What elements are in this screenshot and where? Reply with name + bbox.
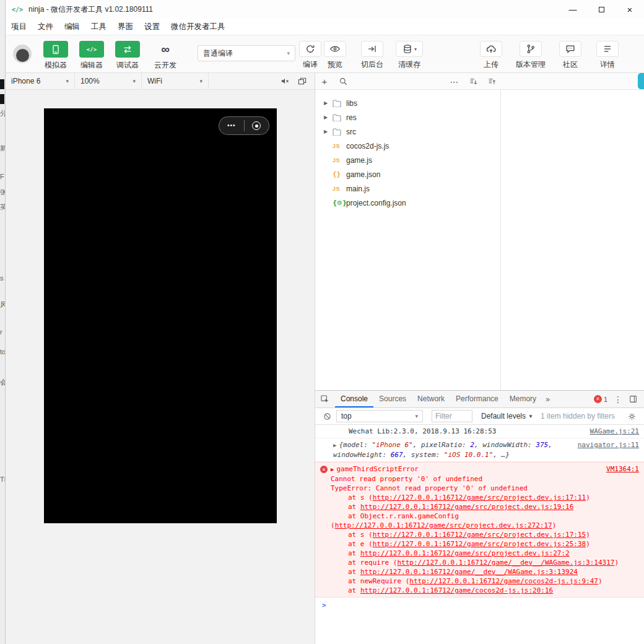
zoom-select[interactable]: 100% ▾ [75, 73, 142, 90]
collapse-all-button[interactable] [464, 73, 482, 90]
stack-link[interactable]: http://127.0.0.1:16712/game/src/project.… [360, 503, 573, 511]
minimize-button[interactable]: — [559, 0, 587, 19]
stack-prefix: at s ( [348, 531, 373, 539]
editor-toggle-button[interactable]: </> 编辑器 [74, 41, 110, 71]
gear-icon [627, 412, 637, 421]
menu-item-tools[interactable]: 工具 [85, 19, 112, 35]
tree-file-cocos2d[interactable]: JS cocos2d-js.js [315, 139, 500, 153]
clear-console-button[interactable] [319, 412, 335, 421]
console-error-count-badge[interactable]: × 1 [594, 395, 607, 403]
object-token: , pixelRatio: [413, 441, 471, 449]
new-file-button[interactable]: + [315, 73, 334, 90]
background-text-fragment: 新 [0, 144, 5, 153]
tab-performance[interactable]: Performance [450, 391, 504, 407]
source-link[interactable]: VM1364:1 [606, 464, 639, 474]
preview-button[interactable]: 预览 [319, 41, 351, 70]
file-name: cocos2d-js.js [346, 142, 389, 150]
tree-file-game-js[interactable]: JS game.js [315, 153, 500, 167]
tab-network[interactable]: Network [412, 391, 450, 407]
expand-arrow-icon[interactable]: ▶ [331, 466, 334, 472]
main-toolbar: 模拟器 </> 编辑器 调试器 ∞ 云开发 普通编译 ▾ [6, 35, 644, 73]
device-select[interactable]: iPhone 6 ▾ [6, 73, 75, 90]
chevron-right-icon[interactable]: ▶ [324, 100, 333, 106]
more-tabs-button[interactable]: » [542, 395, 554, 404]
stack-link[interactable]: http://127.0.0.1:16712/game/src/project.… [335, 521, 552, 529]
stack-link[interactable]: http://127.0.0.1:16712/game/src/project.… [373, 540, 586, 548]
tree-folder-libs[interactable]: ▶ libs [315, 96, 500, 110]
tree-folder-res[interactable]: ▶ res [315, 110, 500, 124]
simulator-toggle-button[interactable]: 模拟器 [38, 41, 74, 71]
dock-side-button[interactable] [629, 394, 638, 404]
stack-link[interactable]: http://127.0.0.1:16712/game/src/project.… [360, 549, 570, 557]
kebab-menu-icon[interactable]: ⋮ [614, 394, 622, 404]
inspect-element-button[interactable] [315, 394, 335, 404]
expand-arrow-icon[interactable]: ▶ [333, 442, 336, 448]
source-link[interactable]: WAGame.js:21 [590, 427, 639, 436]
compile-mode-select[interactable]: 普通编译 ▾ [198, 45, 295, 61]
mute-speaker-icon[interactable] [280, 76, 290, 86]
stack-link[interactable]: http://127.0.0.1:16712/game/__dev__/WAGa… [397, 559, 614, 567]
maximize-button[interactable] [587, 0, 616, 19]
network-select[interactable]: WiFi ▾ [142, 73, 209, 90]
folder-icon [333, 114, 346, 121]
tree-file-project-config[interactable]: {⚙} project.config.json [315, 196, 500, 210]
title-bar[interactable]: </> ninja - 微信开发者工具 v1.02.1809111 — × [6, 0, 644, 19]
clear-cache-button[interactable]: ▾ 清缓存 [391, 41, 428, 70]
stack-frame: at require (http://127.0.0.1:16712/game/… [331, 558, 639, 567]
log-levels-select[interactable]: Default levels ▼ [481, 412, 533, 420]
tab-sources[interactable]: Sources [373, 391, 412, 407]
stack-link[interactable]: http://127.0.0.1:16712/game/__dev__/WAGa… [360, 568, 578, 576]
device-select-value: iPhone 6 [11, 77, 40, 85]
tab-memory[interactable]: Memory [504, 391, 542, 407]
console-filter-input[interactable] [432, 410, 472, 422]
switch-background-button[interactable]: 切后台 [354, 41, 391, 70]
more-options-capsule-button[interactable]: ••• [219, 123, 244, 129]
tree-folder-src[interactable]: ▶ src [315, 124, 500, 139]
close-button[interactable]: × [616, 0, 644, 19]
phone-screen[interactable]: ••• [44, 108, 277, 523]
menu-item-devtools[interactable]: 微信开发者工具 [165, 19, 231, 35]
minimize-icon: — [569, 5, 577, 14]
stack-frame: at e (http://127.0.0.1:16712/game/src/pr… [331, 539, 639, 549]
menu-item-view[interactable]: 界面 [112, 19, 139, 35]
console-prompt[interactable]: > [315, 598, 644, 613]
search-button[interactable] [334, 73, 352, 90]
community-button[interactable]: 社区 [553, 41, 588, 70]
console-settings-button[interactable] [627, 412, 637, 421]
more-options-button[interactable]: ⋯ [445, 73, 464, 90]
cloud-dev-button[interactable]: ∞ 云开发 [146, 41, 185, 71]
menu-item-edit[interactable]: 编辑 [59, 19, 85, 35]
stack-link[interactable]: http://127.0.0.1:16712/game/cocos2d-js.j… [409, 577, 598, 585]
menu-item-file[interactable]: 文件 [32, 19, 59, 35]
stack-link[interactable]: http://127.0.0.1:16712/game/src/project.… [373, 494, 586, 502]
background-text-fragment: s [0, 274, 4, 282]
stack-link[interactable]: http://127.0.0.1:16712/game/cocos2d-js.j… [360, 586, 553, 594]
upload-button[interactable]: 上传 [472, 41, 510, 70]
execution-context-select[interactable]: top ▾ [336, 410, 423, 422]
details-button[interactable]: 详情 [590, 41, 625, 70]
tree-file-main-js[interactable]: JS main.js [315, 181, 500, 196]
console-output[interactable]: WAGame.js:21 Wechat Lib:2.3.0, 2018.9.13… [315, 425, 644, 644]
chevron-right-icon[interactable]: ▶ [324, 129, 333, 134]
error-title-line[interactable]: ▶gameThirdScriptError [331, 464, 639, 474]
config-file-icon: {⚙} [333, 199, 346, 206]
folder-icon [333, 128, 346, 136]
tree-file-game-json[interactable]: {} game.json [315, 167, 500, 181]
version-control-button[interactable]: 版本管理 [508, 41, 553, 70]
stack-prefix: at [348, 568, 360, 576]
menu-item-settings[interactable]: 设置 [139, 19, 165, 35]
chevron-right-icon[interactable]: ▶ [324, 115, 333, 120]
menu-item-project[interactable]: 项目 [6, 19, 32, 35]
user-avatar[interactable] [13, 45, 32, 63]
background-accent-sliver [638, 73, 644, 89]
close-capsule-button[interactable] [245, 121, 269, 130]
sort-button[interactable] [482, 73, 501, 90]
stack-link[interactable]: http://127.0.0.1:16712/game/src/project.… [373, 531, 586, 539]
open-window-icon[interactable] [297, 76, 307, 86]
source-link[interactable]: navigator.js:11 [578, 440, 639, 450]
explorer-toolbar: + ⋯ [315, 73, 644, 90]
debugger-toggle-button[interactable]: 调试器 [110, 41, 146, 71]
log-levels-label: Default levels [481, 412, 526, 420]
search-icon [339, 77, 348, 86]
tab-console[interactable]: Console [335, 391, 373, 407]
